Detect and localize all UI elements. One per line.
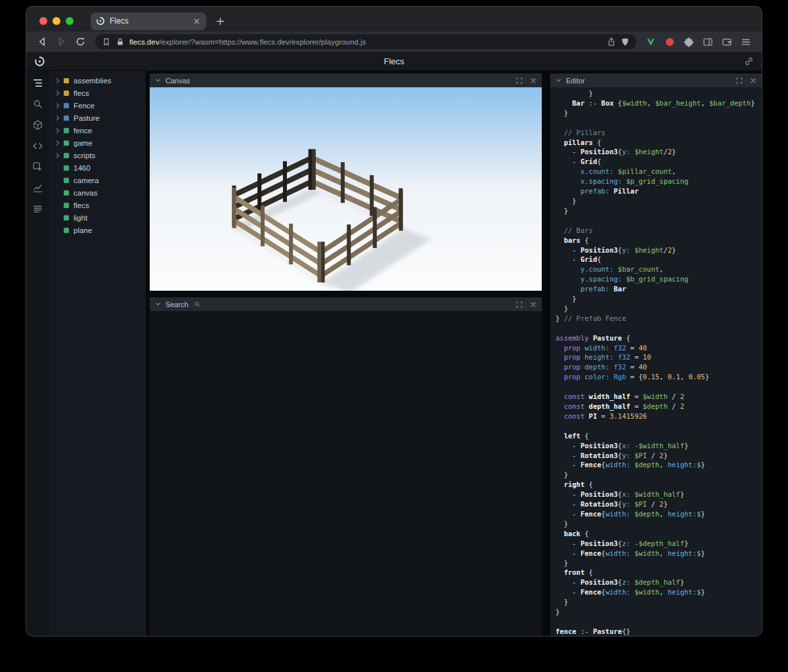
browser-menu-icon[interactable] bbox=[741, 37, 751, 47]
brave-shield-icon[interactable] bbox=[621, 37, 630, 47]
code-line: bars { bbox=[556, 236, 762, 245]
close-panel-icon[interactable] bbox=[749, 77, 757, 85]
collapse-chevron-icon[interactable] bbox=[555, 77, 562, 84]
tree-item-1460[interactable]: 1460 bbox=[49, 161, 146, 174]
code-line: } bbox=[556, 597, 762, 607]
url-path: /explorer/?wasm=https://www.flecs.dev/ex… bbox=[159, 38, 366, 46]
close-panel-icon[interactable] bbox=[529, 301, 537, 308]
code-line: const width_half = $width / 2 bbox=[556, 392, 762, 402]
tree-item-label: flecs bbox=[74, 201, 89, 209]
app-header: Flecs bbox=[26, 52, 762, 71]
expand-chevron-icon[interactable] bbox=[54, 114, 62, 122]
red-dot-extension-icon[interactable] bbox=[665, 37, 675, 47]
reload-button[interactable] bbox=[75, 36, 86, 47]
minimize-window-button[interactable] bbox=[53, 17, 60, 25]
search-panel-header: Search bbox=[150, 297, 542, 311]
code-line: const PI = 3.1415926 bbox=[556, 411, 762, 421]
code-line: prefab: Bar bbox=[556, 284, 762, 294]
code-editor[interactable]: } Bar :- Box {$width, $bar_height, $bar_… bbox=[550, 87, 762, 636]
tree-item-light[interactable]: light bbox=[49, 211, 146, 224]
collapse-chevron-icon[interactable] bbox=[154, 77, 162, 84]
zoom-window-button[interactable] bbox=[66, 17, 74, 25]
expand-chevron-icon[interactable] bbox=[54, 139, 62, 147]
code-line: - Position3{y: $height/2} bbox=[556, 147, 762, 157]
code-line: fence :- Pasture{} bbox=[556, 627, 762, 636]
browser-tab[interactable]: Flecs bbox=[91, 12, 206, 30]
flecs-logo-icon bbox=[34, 56, 45, 67]
code-line: } bbox=[556, 108, 762, 118]
tree-item-Pasture[interactable]: Pasture bbox=[49, 112, 146, 124]
code-line: x.spacing: $p_grid_spacing bbox=[556, 177, 762, 186]
wallet-icon[interactable] bbox=[722, 37, 732, 47]
tree-icon[interactable] bbox=[32, 77, 43, 89]
entity-color-swatch bbox=[64, 178, 69, 183]
expand-chevron-icon[interactable] bbox=[54, 77, 62, 85]
code-line: assembly Pasture { bbox=[556, 333, 762, 343]
tree-item-fence[interactable]: fence bbox=[49, 124, 146, 136]
tree-item-label: 1460 bbox=[74, 164, 91, 172]
v-extension-icon[interactable] bbox=[646, 37, 656, 47]
fullscreen-icon[interactable] bbox=[515, 77, 523, 85]
tab-close-icon[interactable] bbox=[192, 17, 201, 26]
address-bar-row: flecs.dev/explorer/?wasm=https://www.fle… bbox=[26, 32, 762, 52]
fullscreen-icon[interactable] bbox=[515, 301, 523, 308]
address-bar[interactable]: flecs.dev/explorer/?wasm=https://www.fle… bbox=[95, 34, 636, 49]
code-line: } bbox=[556, 470, 762, 480]
entity-color-swatch bbox=[64, 103, 69, 108]
chart-icon[interactable] bbox=[32, 182, 43, 194]
expand-chevron-icon[interactable] bbox=[54, 127, 62, 135]
cube-icon[interactable] bbox=[32, 119, 43, 131]
stack-icon[interactable] bbox=[32, 203, 43, 215]
search-results-area bbox=[150, 311, 542, 636]
share-icon[interactable] bbox=[607, 37, 616, 47]
search-icon[interactable] bbox=[32, 98, 43, 110]
code-line: } bbox=[556, 519, 762, 529]
code-line: - Fence{width: $width, height:$} bbox=[556, 587, 762, 597]
back-button[interactable] bbox=[37, 36, 48, 47]
tree-item-label: flecs bbox=[74, 89, 89, 97]
code-line: - Grid{ bbox=[556, 255, 762, 264]
tree-item-flecs[interactable]: flecs bbox=[49, 87, 146, 99]
entity-color-swatch bbox=[64, 140, 69, 146]
expand-chevron-icon[interactable] bbox=[54, 89, 62, 97]
3d-viewport[interactable] bbox=[150, 87, 542, 291]
code-line: const depth_half = $depth / 2 bbox=[556, 402, 762, 411]
expand-chevron-icon[interactable] bbox=[54, 102, 62, 110]
code-line: x.count: $pillar_count, bbox=[556, 167, 762, 177]
code-line: - Position3{x: $width_half} bbox=[556, 490, 762, 499]
tab-favicon-icon bbox=[96, 16, 105, 26]
close-panel-icon[interactable] bbox=[529, 77, 537, 85]
search-panel: Search bbox=[150, 297, 542, 636]
panel-area: Canvas Search bbox=[146, 71, 762, 636]
tree-item-canvas[interactable]: canvas bbox=[49, 186, 146, 199]
code-line: // Pillars bbox=[556, 128, 762, 138]
expand-chevron-icon[interactable] bbox=[54, 152, 62, 159]
share-link-icon[interactable] bbox=[744, 56, 754, 66]
code-icon[interactable] bbox=[32, 140, 43, 152]
tree-item-label: canvas bbox=[74, 189, 97, 197]
bookmark-icon[interactable] bbox=[102, 37, 111, 47]
code-line: - Position3{x: -$width_half} bbox=[556, 441, 762, 451]
code-line: } bbox=[556, 304, 762, 314]
url-domain: flecs.dev bbox=[129, 38, 159, 46]
tree-item-scripts[interactable]: scripts bbox=[49, 149, 146, 161]
tree-item-camera[interactable]: camera bbox=[49, 174, 146, 186]
code-line: } bbox=[556, 294, 762, 304]
inspect-icon[interactable] bbox=[32, 161, 43, 173]
tree-item-game[interactable]: game bbox=[49, 136, 146, 149]
code-line: back { bbox=[556, 529, 762, 539]
tree-item-flecs[interactable]: flecs bbox=[49, 199, 146, 211]
fullscreen-icon[interactable] bbox=[735, 77, 743, 85]
editor-panel-title: Editor bbox=[566, 77, 585, 85]
tree-item-assemblies[interactable]: assemblies bbox=[49, 74, 146, 87]
extensions-puzzle-icon[interactable] bbox=[684, 37, 694, 47]
url-text: flecs.dev/explorer/?wasm=https://www.fle… bbox=[129, 38, 602, 46]
side-panel-icon[interactable] bbox=[703, 37, 713, 47]
collapse-chevron-icon[interactable] bbox=[154, 301, 162, 308]
new-tab-button[interactable] bbox=[215, 16, 225, 26]
close-window-button[interactable] bbox=[39, 17, 47, 25]
tree-item-plane[interactable]: plane bbox=[49, 224, 146, 236]
tree-item-Fence[interactable]: Fence bbox=[49, 99, 146, 112]
forward-button[interactable] bbox=[56, 36, 67, 47]
code-line: - Fence{width: $depth, height:$} bbox=[556, 509, 762, 519]
